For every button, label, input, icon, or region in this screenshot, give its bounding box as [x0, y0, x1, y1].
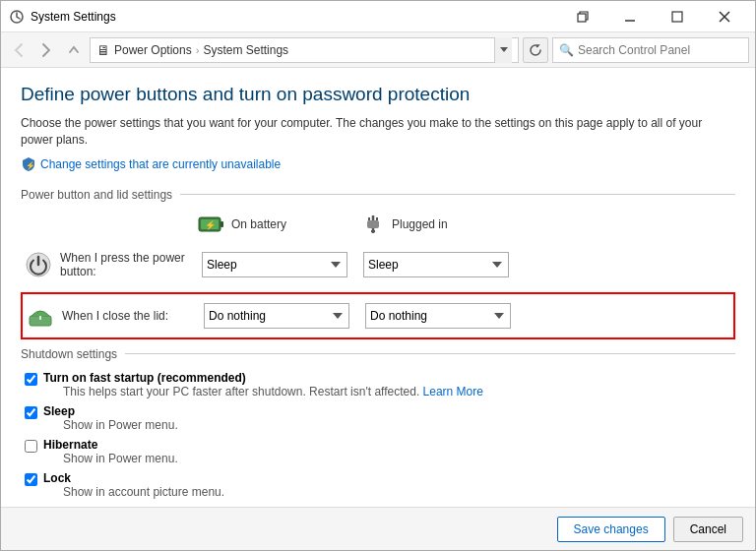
window: System Settings 🖥 [0, 0, 756, 551]
sleep-desc: Show in Power menu. [63, 418, 178, 432]
close-lid-label: When I close the lid: [27, 302, 204, 330]
power-icon [25, 251, 52, 278]
content-area: Define power buttons and turn on passwor… [1, 68, 755, 507]
address-box[interactable]: 🖥 Power Options › System Settings [90, 37, 519, 63]
lid-battery-select[interactable]: Do nothing Sleep Hibernate Shut down Tur… [204, 303, 349, 329]
restore-button[interactable] [560, 1, 605, 32]
plug-icon [360, 214, 386, 235]
hibernate-row: Hibernate Show in Power menu. [25, 438, 735, 465]
sleep-label[interactable]: Sleep [43, 404, 178, 418]
maximize-button[interactable] [655, 1, 700, 32]
lock-row: Lock Show in account picture menu. [25, 471, 735, 499]
breadcrumb-sep: › [196, 44, 200, 56]
lock-desc: Show in account picture menu. [63, 485, 224, 499]
window-controls [560, 1, 747, 32]
svg-rect-3 [672, 12, 682, 22]
power-battery-select[interactable]: Sleep Do nothing Hibernate Shut down Tur… [202, 252, 347, 277]
svg-rect-12 [367, 220, 379, 228]
battery-column-header: ⚡ On battery [198, 214, 360, 235]
refresh-button[interactable] [523, 37, 548, 63]
search-box[interactable]: 🔍 [552, 37, 749, 63]
fast-startup-desc: This helps start your PC faster after sh… [63, 385, 483, 398]
breadcrumb-root: Power Options [114, 43, 192, 57]
lock-checkbox[interactable] [25, 473, 37, 486]
addressbar: 🖥 Power Options › System Settings 🔍 [1, 32, 755, 68]
svg-text:⚡: ⚡ [26, 160, 35, 170]
up-button[interactable] [62, 38, 86, 62]
breadcrumb-icon: 🖥 [96, 42, 110, 58]
save-changes-button[interactable]: Save changes [557, 517, 665, 542]
titlebar: System Settings [1, 1, 755, 32]
fast-startup-row: Turn on fast startup (recommended) This … [25, 371, 735, 398]
svg-rect-1 [578, 14, 586, 22]
page-description: Choose the power settings that you want … [21, 115, 735, 149]
hibernate-checkbox[interactable] [25, 440, 37, 453]
hibernate-label[interactable]: Hibernate [43, 438, 178, 452]
settings-column-headers: ⚡ On battery Plugged in [21, 214, 735, 235]
power-button-label: When I press the power button: [25, 251, 202, 278]
svg-text:⚡: ⚡ [205, 219, 217, 231]
window-title: System Settings [31, 10, 560, 24]
lid-plugged-select[interactable]: Do nothing Sleep Hibernate Shut down Tur… [365, 303, 511, 329]
shutdown-section-header: Shutdown settings [21, 347, 735, 361]
close-lid-row: When I close the lid: Do nothing Sleep H… [21, 292, 735, 339]
change-settings-link[interactable]: ⚡ Change settings that are currently una… [21, 156, 735, 172]
power-button-row: When I press the power button: Sleep Do … [21, 245, 735, 284]
breadcrumb-current: System Settings [203, 43, 288, 57]
hibernate-desc: Show in Power menu. [63, 452, 178, 465]
forward-button[interactable] [34, 38, 58, 62]
lid-icon [27, 302, 54, 330]
back-button[interactable] [7, 38, 31, 62]
lock-label[interactable]: Lock [43, 471, 224, 485]
window-icon [9, 9, 25, 25]
sleep-checkbox[interactable] [25, 406, 37, 419]
shutdown-section: Shutdown settings Turn on fast startup (… [21, 347, 735, 499]
sleep-row: Sleep Show in Power menu. [25, 404, 735, 432]
close-button[interactable] [702, 1, 747, 32]
cancel-button[interactable]: Cancel [673, 517, 743, 542]
learn-more-link[interactable]: Learn More [423, 385, 483, 398]
svg-rect-8 [220, 221, 223, 227]
search-input[interactable] [578, 43, 742, 57]
plugged-column-header: Plugged in [360, 214, 523, 235]
page-title: Define power buttons and turn on passwor… [21, 84, 735, 105]
minimize-button[interactable] [607, 1, 653, 32]
shield-icon: ⚡ [21, 156, 36, 172]
footer: Save changes Cancel [1, 507, 755, 550]
section-power-header: Power button and lid settings [21, 188, 735, 202]
battery-icon: ⚡ [198, 214, 225, 235]
search-icon: 🔍 [559, 43, 574, 57]
address-dropdown[interactable] [494, 37, 512, 63]
power-plugged-select[interactable]: Sleep Do nothing Hibernate Shut down Tur… [363, 252, 509, 277]
fast-startup-label[interactable]: Turn on fast startup (recommended) [43, 371, 483, 385]
fast-startup-checkbox[interactable] [25, 373, 37, 386]
